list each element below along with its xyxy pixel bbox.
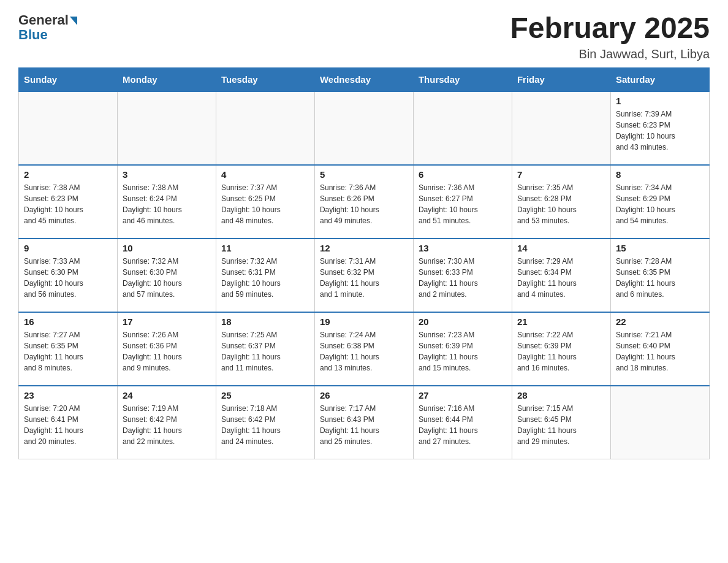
calendar-cell: 6Sunrise: 7:36 AMSunset: 6:27 PMDaylight… [413,165,512,239]
week-row-4: 16Sunrise: 7:27 AMSunset: 6:35 PMDayligh… [19,312,710,386]
calendar-cell: 2Sunrise: 7:38 AMSunset: 6:23 PMDaylight… [19,165,118,239]
day-header-friday: Friday [512,67,610,91]
calendar-cell: 19Sunrise: 7:24 AMSunset: 6:38 PMDayligh… [314,312,413,386]
calendar-cell: 20Sunrise: 7:23 AMSunset: 6:39 PMDayligh… [413,312,512,386]
day-number: 2 [24,169,112,180]
day-number: 8 [616,169,704,180]
day-number: 12 [320,243,408,253]
day-info: Sunrise: 7:20 AMSunset: 6:41 PMDaylight:… [24,403,112,447]
calendar-cell: 4Sunrise: 7:37 AMSunset: 6:25 PMDaylight… [216,165,314,239]
day-number: 10 [123,243,211,253]
calendar-cell: 17Sunrise: 7:26 AMSunset: 6:36 PMDayligh… [117,312,216,386]
day-number: 27 [419,390,507,400]
day-info: Sunrise: 7:25 AMSunset: 6:37 PMDaylight:… [221,329,309,373]
day-number: 6 [419,169,507,180]
day-info: Sunrise: 7:18 AMSunset: 6:42 PMDaylight:… [221,403,309,447]
day-info: Sunrise: 7:21 AMSunset: 6:40 PMDaylight:… [616,329,704,373]
calendar-cell [610,386,709,459]
day-info: Sunrise: 7:38 AMSunset: 6:24 PMDaylight:… [123,182,211,226]
day-number: 19 [320,316,408,327]
day-info: Sunrise: 7:32 AMSunset: 6:30 PMDaylight:… [123,256,211,300]
day-info: Sunrise: 7:31 AMSunset: 6:32 PMDaylight:… [320,256,408,300]
day-info: Sunrise: 7:38 AMSunset: 6:23 PMDaylight:… [24,182,112,226]
day-number: 18 [221,316,309,327]
page-header: General Blue February 2025 Bin Jawwad, S… [18,12,710,61]
day-number: 11 [221,243,309,253]
day-number: 21 [517,316,605,327]
week-row-5: 23Sunrise: 7:20 AMSunset: 6:41 PMDayligh… [19,386,710,459]
calendar-cell [19,91,118,165]
calendar-cell: 1Sunrise: 7:39 AMSunset: 6:23 PMDaylight… [610,91,709,165]
day-header-wednesday: Wednesday [314,67,413,91]
day-header-thursday: Thursday [413,67,512,91]
calendar-cell: 26Sunrise: 7:17 AMSunset: 6:43 PMDayligh… [314,386,413,459]
day-info: Sunrise: 7:32 AMSunset: 6:31 PMDaylight:… [221,256,309,300]
calendar-cell: 25Sunrise: 7:18 AMSunset: 6:42 PMDayligh… [216,386,314,459]
calendar-cell [314,91,413,165]
day-number: 14 [517,243,605,253]
day-number: 16 [24,316,112,327]
day-info: Sunrise: 7:30 AMSunset: 6:33 PMDaylight:… [419,256,507,300]
day-number: 22 [616,316,704,327]
calendar-cell: 10Sunrise: 7:32 AMSunset: 6:30 PMDayligh… [117,239,216,312]
day-info: Sunrise: 7:29 AMSunset: 6:34 PMDaylight:… [517,256,605,300]
calendar-cell: 3Sunrise: 7:38 AMSunset: 6:24 PMDaylight… [117,165,216,239]
day-info: Sunrise: 7:22 AMSunset: 6:39 PMDaylight:… [517,329,605,373]
day-number: 25 [221,390,309,400]
logo-arrow-icon [70,17,77,25]
day-info: Sunrise: 7:19 AMSunset: 6:42 PMDaylight:… [123,403,211,447]
day-info: Sunrise: 7:35 AMSunset: 6:28 PMDaylight:… [517,182,605,226]
month-title: February 2025 [510,12,710,45]
day-number: 17 [123,316,211,327]
day-number: 20 [419,316,507,327]
week-row-1: 1Sunrise: 7:39 AMSunset: 6:23 PMDaylight… [19,91,710,165]
calendar-cell: 16Sunrise: 7:27 AMSunset: 6:35 PMDayligh… [19,312,118,386]
day-number: 1 [616,96,704,106]
day-info: Sunrise: 7:36 AMSunset: 6:27 PMDaylight:… [419,182,507,226]
calendar-cell [117,91,216,165]
day-info: Sunrise: 7:28 AMSunset: 6:35 PMDaylight:… [616,256,704,300]
calendar-cell: 7Sunrise: 7:35 AMSunset: 6:28 PMDaylight… [512,165,610,239]
day-number: 24 [123,390,211,400]
day-number: 3 [123,169,211,180]
title-section: February 2025 Bin Jawwad, Surt, Libya [510,12,710,61]
day-info: Sunrise: 7:17 AMSunset: 6:43 PMDaylight:… [320,403,408,447]
calendar-cell [512,91,610,165]
calendar-table: SundayMondayTuesdayWednesdayThursdayFrid… [18,67,710,460]
day-info: Sunrise: 7:33 AMSunset: 6:30 PMDaylight:… [24,256,112,300]
day-header-sunday: Sunday [19,67,118,91]
logo-blue-text: Blue [18,27,48,43]
calendar-cell: 8Sunrise: 7:34 AMSunset: 6:29 PMDaylight… [610,165,709,239]
day-number: 7 [517,169,605,180]
location-title: Bin Jawwad, Surt, Libya [510,47,710,61]
calendar-cell: 13Sunrise: 7:30 AMSunset: 6:33 PMDayligh… [413,239,512,312]
day-number: 28 [517,390,605,400]
day-number: 15 [616,243,704,253]
calendar-cell: 18Sunrise: 7:25 AMSunset: 6:37 PMDayligh… [216,312,314,386]
day-info: Sunrise: 7:27 AMSunset: 6:35 PMDaylight:… [24,329,112,373]
day-info: Sunrise: 7:39 AMSunset: 6:23 PMDaylight:… [616,109,704,153]
calendar-cell: 14Sunrise: 7:29 AMSunset: 6:34 PMDayligh… [512,239,610,312]
calendar-cell: 11Sunrise: 7:32 AMSunset: 6:31 PMDayligh… [216,239,314,312]
logo: General Blue [18,12,77,43]
day-header-monday: Monday [117,67,216,91]
calendar-cell: 24Sunrise: 7:19 AMSunset: 6:42 PMDayligh… [117,386,216,459]
calendar-cell: 28Sunrise: 7:15 AMSunset: 6:45 PMDayligh… [512,386,610,459]
day-header-saturday: Saturday [610,67,709,91]
day-info: Sunrise: 7:34 AMSunset: 6:29 PMDaylight:… [616,182,704,226]
day-info: Sunrise: 7:15 AMSunset: 6:45 PMDaylight:… [517,403,605,447]
logo-general-text: General [18,12,69,28]
day-number: 9 [24,243,112,253]
calendar-cell: 5Sunrise: 7:36 AMSunset: 6:26 PMDaylight… [314,165,413,239]
day-number: 4 [221,169,309,180]
calendar-cell: 12Sunrise: 7:31 AMSunset: 6:32 PMDayligh… [314,239,413,312]
day-number: 23 [24,390,112,400]
calendar-cell: 9Sunrise: 7:33 AMSunset: 6:30 PMDaylight… [19,239,118,312]
day-info: Sunrise: 7:36 AMSunset: 6:26 PMDaylight:… [320,182,408,226]
calendar-cell: 15Sunrise: 7:28 AMSunset: 6:35 PMDayligh… [610,239,709,312]
week-row-2: 2Sunrise: 7:38 AMSunset: 6:23 PMDaylight… [19,165,710,239]
day-info: Sunrise: 7:24 AMSunset: 6:38 PMDaylight:… [320,329,408,373]
calendar-cell [413,91,512,165]
calendar-cell [216,91,314,165]
day-info: Sunrise: 7:23 AMSunset: 6:39 PMDaylight:… [419,329,507,373]
